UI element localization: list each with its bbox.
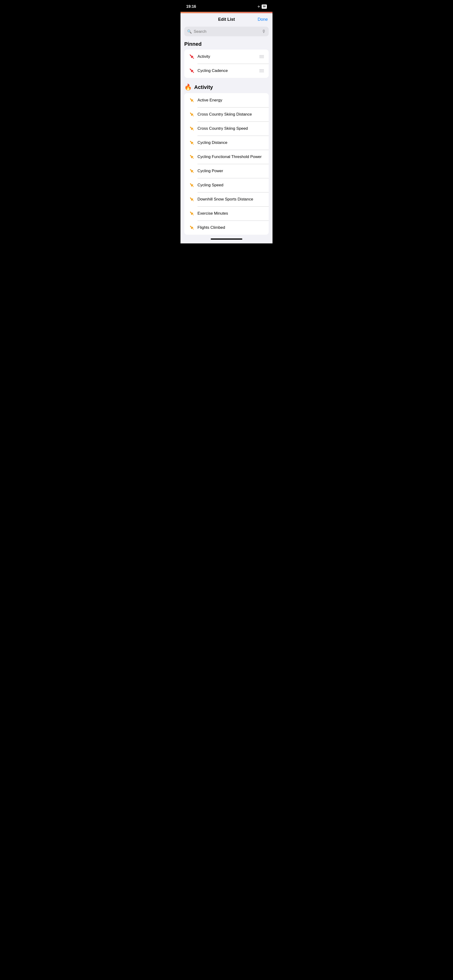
- activity-section-title: Activity: [194, 84, 213, 90]
- pin-icon-exercise-minutes[interactable]: [188, 210, 196, 217]
- main-content: Edit List Done 🔍 🎙 Pinned: [180, 13, 273, 243]
- header: Edit List Done: [180, 13, 273, 25]
- search-bar[interactable]: 🔍 🎙: [184, 27, 269, 36]
- status-bar: 19:16 ✈ 58: [180, 0, 273, 12]
- mic-icon[interactable]: 🎙: [262, 29, 266, 34]
- pin-icon-cycling-functional-threshold-power[interactable]: [188, 153, 196, 161]
- pin-icon-cycling-distance[interactable]: [188, 139, 196, 146]
- pinned-cycling-cadence-label: Cycling Cadence: [198, 68, 258, 73]
- pin-icon-downhill-snow-sports-distance[interactable]: [188, 196, 196, 203]
- svg-rect-19: [192, 143, 194, 145]
- pinned-section-label: Pinned: [180, 39, 273, 49]
- pin-icon-cycling-power[interactable]: [188, 167, 196, 175]
- pin-icon-cross-country-skiing-speed[interactable]: [188, 125, 196, 132]
- svg-rect-31: [192, 200, 194, 201]
- battery-level: 58: [262, 5, 267, 8]
- list-item-cycling-functional-threshold-power[interactable]: Cycling Functional Threshold Power: [184, 150, 269, 164]
- pinned-item-cycling-cadence[interactable]: Cycling Cadence: [184, 64, 269, 78]
- svg-rect-13: [192, 115, 194, 116]
- cycling-speed-label: Cycling Speed: [198, 183, 265, 188]
- list-item-downhill-snow-sports-distance[interactable]: Downhill Snow Sports Distance: [184, 192, 269, 206]
- done-button[interactable]: Done: [258, 17, 268, 22]
- drag-handle-activity[interactable]: [258, 54, 265, 59]
- list-item-flights-climbed[interactable]: Flights Climbed: [184, 221, 269, 235]
- pin-icon-cross-country-skiing-distance[interactable]: [188, 111, 196, 118]
- cycling-functional-threshold-power-label: Cycling Functional Threshold Power: [198, 154, 265, 159]
- bottom-area: [180, 239, 273, 243]
- svg-rect-25: [192, 172, 194, 173]
- svg-rect-16: [192, 129, 194, 130]
- cross-country-skiing-distance-label: Cross Country Skiing Distance: [198, 112, 265, 117]
- svg-rect-22: [192, 158, 194, 159]
- pin-icon-active-energy[interactable]: [188, 97, 196, 104]
- unpin-icon-activity[interactable]: [188, 53, 196, 60]
- search-container: 🔍 🎙: [180, 25, 273, 39]
- fire-icon: 🔥: [184, 83, 192, 91]
- activity-card: Active Energy Cross Country Skiing Dista…: [184, 93, 269, 235]
- list-item-active-energy[interactable]: Active Energy: [184, 93, 269, 107]
- list-item-cycling-speed[interactable]: Cycling Speed: [184, 178, 269, 192]
- phone-frame: 19:16 ✈ 58 Edit List Done 🔍 🎙 Pinned: [180, 0, 273, 243]
- cycling-distance-label: Cycling Distance: [198, 140, 265, 145]
- unpin-icon-cycling-cadence[interactable]: [188, 67, 196, 75]
- svg-rect-10: [192, 101, 194, 102]
- status-time: 19:16: [186, 4, 196, 9]
- pinned-activity-label: Activity: [198, 54, 258, 59]
- list-item-cross-country-skiing-distance[interactable]: Cross Country Skiing Distance: [184, 107, 269, 121]
- flights-climbed-label: Flights Climbed: [198, 225, 265, 230]
- svg-rect-34: [192, 214, 194, 215]
- search-icon: 🔍: [187, 29, 192, 34]
- svg-rect-28: [192, 186, 194, 187]
- cross-country-skiing-speed-label: Cross Country Skiing Speed: [198, 126, 265, 131]
- airplane-icon: ✈: [257, 5, 260, 8]
- search-input[interactable]: [194, 29, 260, 34]
- drag-handle-cycling-cadence[interactable]: [258, 68, 265, 73]
- status-icons: ✈ 58: [257, 5, 267, 8]
- home-indicator: [211, 239, 242, 240]
- list-item-exercise-minutes[interactable]: Exercise Minutes: [184, 206, 269, 221]
- battery-indicator: 58: [262, 5, 267, 8]
- list-item-cross-country-skiing-speed[interactable]: Cross Country Skiing Speed: [184, 121, 269, 135]
- activity-section-header: 🔥 Activity: [180, 82, 273, 93]
- list-item-cycling-power[interactable]: Cycling Power: [184, 164, 269, 178]
- downhill-snow-sports-distance-label: Downhill Snow Sports Distance: [198, 197, 265, 202]
- pin-icon-cycling-speed[interactable]: [188, 181, 196, 189]
- list-item-cycling-distance[interactable]: Cycling Distance: [184, 135, 269, 150]
- active-energy-label: Active Energy: [198, 98, 265, 103]
- cycling-power-label: Cycling Power: [198, 169, 265, 173]
- pinned-card: Activity: [184, 49, 269, 78]
- pinned-item-activity[interactable]: Activity: [184, 49, 269, 64]
- exercise-minutes-label: Exercise Minutes: [198, 211, 265, 216]
- svg-rect-37: [192, 228, 194, 229]
- header-title: Edit List: [218, 17, 235, 22]
- pin-icon-flights-climbed[interactable]: [188, 224, 196, 231]
